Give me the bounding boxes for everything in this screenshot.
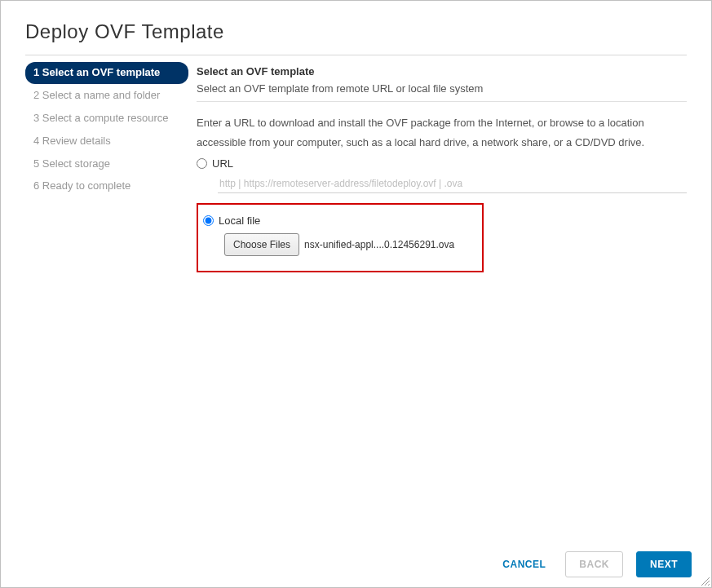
resize-handle-icon[interactable] xyxy=(700,576,710,586)
wizard-step-3[interactable]: 3 Select a compute resource xyxy=(25,108,188,130)
wizard-step-2[interactable]: 2 Select a name and folder xyxy=(25,85,188,107)
section-subheading: Select an OVF template from remote URL o… xyxy=(197,82,687,95)
url-option-row[interactable]: URL xyxy=(197,157,687,170)
choose-files-button[interactable]: Choose Files xyxy=(224,233,299,256)
local-file-radio[interactable] xyxy=(203,215,214,226)
selected-file-name: nsx-unified-appl....0.12456291.ova xyxy=(304,239,454,250)
wizard-step-5[interactable]: 5 Select storage xyxy=(25,153,188,175)
dialog-title: Deploy OVF Template xyxy=(25,20,687,43)
wizard-step-1[interactable]: 1 Select an OVF template xyxy=(25,62,188,84)
help-text: Enter a URL to download and install the … xyxy=(197,113,687,153)
url-radio-label: URL xyxy=(212,157,233,170)
divider xyxy=(25,55,687,55)
cancel-button[interactable]: CANCEL xyxy=(496,552,552,577)
back-button[interactable]: BACK xyxy=(565,551,623,577)
deploy-ovf-dialog: Deploy OVF Template 1 Select an OVF temp… xyxy=(0,0,712,588)
dialog-footer: CANCEL BACK NEXT xyxy=(1,542,711,587)
wizard-content: Select an OVF template Select an OVF tem… xyxy=(188,62,687,272)
local-file-highlight: Local file Choose Files nsx-unified-appl… xyxy=(197,203,484,272)
wizard-step-6[interactable]: 6 Ready to complete xyxy=(25,175,188,197)
section-heading: Select an OVF template xyxy=(197,65,687,77)
wizard-steps: 1 Select an OVF template 2 Select a name… xyxy=(25,62,188,272)
local-file-option-row[interactable]: Local file xyxy=(203,214,482,227)
svg-line-2 xyxy=(708,584,710,586)
url-input[interactable] xyxy=(218,175,687,193)
local-file-radio-label: Local file xyxy=(219,214,260,227)
wizard-step-4[interactable]: 4 Review details xyxy=(25,130,188,153)
next-button[interactable]: NEXT xyxy=(636,551,692,577)
divider xyxy=(197,101,687,102)
url-radio[interactable] xyxy=(197,158,207,169)
